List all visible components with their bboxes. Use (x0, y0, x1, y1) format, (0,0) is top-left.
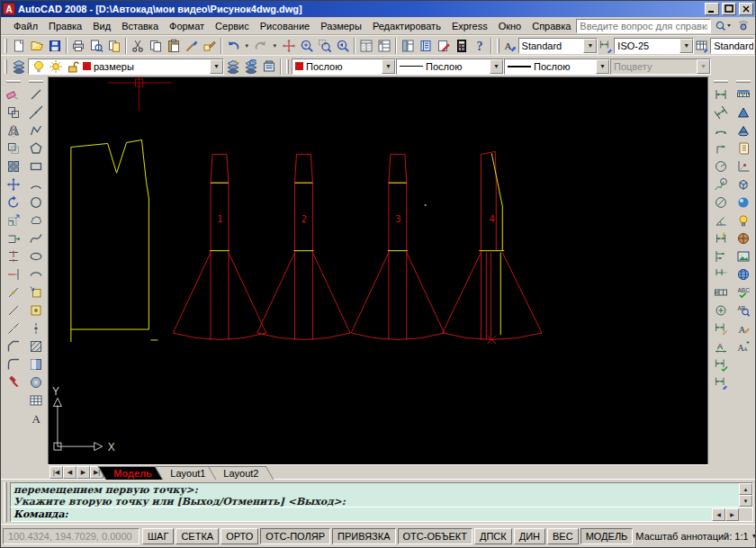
spell-check-button[interactable]: ABC (734, 283, 752, 301)
layer-lock-icon[interactable] (66, 59, 80, 74)
paste-button[interactable] (165, 37, 183, 55)
undo-dropdown-button[interactable]: ▾ (242, 37, 252, 55)
toggle-дпск[interactable]: ДПСК (474, 528, 512, 544)
drawing-canvas[interactable]: 1 2 3 4 Y X (48, 76, 708, 464)
locate-point-button[interactable] (734, 157, 752, 175)
maximize-button[interactable] (722, 3, 736, 15)
region-button[interactable] (27, 373, 45, 391)
first-tab-button[interactable]: |◀ (50, 466, 63, 479)
trim-button[interactable] (4, 247, 22, 265)
jogged-button[interactable] (712, 175, 730, 193)
text-style-button[interactable]: A (502, 37, 518, 55)
toggle-отс-объект[interactable]: ОТС-ОБЪЕКТ (398, 528, 472, 544)
diameter-button[interactable] (712, 193, 730, 211)
menu-редактировать[interactable]: Редактировать (367, 19, 446, 33)
properties-button[interactable] (357, 37, 375, 55)
point-button[interactable] (27, 319, 45, 337)
scroll-left-button[interactable]: ◀ (712, 508, 725, 521)
scale-button[interactable] (4, 211, 22, 229)
zoom-window-button[interactable] (316, 37, 334, 55)
tab-layout2[interactable]: Layout2 (207, 466, 274, 480)
layer-on-bulb-icon[interactable] (32, 59, 46, 74)
new-button[interactable] (10, 37, 28, 55)
ellipse-arc-button[interactable] (27, 265, 45, 283)
dim-style-btn-button[interactable] (598, 37, 614, 55)
layer-combo[interactable]: размеры ▼ (28, 58, 224, 75)
coordinates-readout[interactable]: 100.4324, 194.7029, 0.0000 (3, 528, 140, 544)
toggle-сетка[interactable]: СЕТКА (176, 528, 219, 544)
dropdown-arrow-icon[interactable]: ▼ (210, 59, 223, 74)
toggle-шаг[interactable]: ШАГ (142, 528, 174, 544)
linetype-combo[interactable]: Послою ▼ (396, 58, 504, 75)
center-mark-button[interactable] (712, 301, 730, 319)
aligned-button[interactable] (712, 103, 730, 121)
command-window-grip[interactable] (4, 482, 7, 522)
continue-button[interactable] (712, 265, 730, 283)
hatch-button[interactable] (27, 337, 45, 355)
mass-properties-button[interactable] (734, 121, 752, 139)
arc-length-button[interactable] (712, 121, 730, 139)
annotation-scale-dropdown-icon[interactable]: ▼ (752, 533, 756, 539)
redo-dropdown-button[interactable]: ▾ (270, 37, 280, 55)
revision-cloud-button[interactable] (27, 211, 45, 229)
offset-button[interactable] (4, 139, 22, 157)
erase-button[interactable] (4, 85, 22, 103)
toolbar-grip[interactable] (29, 80, 43, 83)
dimension-edit-button[interactable] (712, 319, 730, 337)
rotate-button[interactable] (4, 193, 22, 211)
layer-previous-button[interactable] (242, 58, 260, 76)
menu-файл[interactable]: Файл (8, 19, 43, 33)
help-search-input[interactable] (576, 19, 711, 33)
toolbar-grip[interactable] (497, 39, 500, 53)
toolbar-grip[interactable] (736, 80, 751, 83)
dropdown-arrow-icon[interactable]: ▼ (382, 59, 395, 74)
help-button[interactable]: ? (471, 37, 489, 55)
fillet-button[interactable] (4, 355, 22, 373)
search-button[interactable] (712, 18, 734, 34)
menu-express[interactable]: Express (446, 19, 493, 33)
break-at-point-button[interactable] (4, 283, 22, 301)
spline-button[interactable] (27, 229, 45, 247)
command-vertical-scrollbar[interactable]: ▲ ▼ (739, 483, 752, 507)
dropdown-arrow-icon[interactable]: ▼ (680, 39, 693, 53)
scroll-right-button[interactable]: ▶ (725, 508, 739, 521)
materials-button[interactable] (734, 229, 752, 247)
angular-button[interactable] (712, 211, 730, 229)
lights-button[interactable] (734, 211, 752, 229)
arc-button[interactable] (27, 175, 45, 193)
extend-button[interactable] (4, 265, 22, 283)
construction-line-button[interactable] (27, 103, 45, 121)
toolbar-grip[interactable] (6, 80, 21, 83)
gradient-button[interactable] (27, 355, 45, 373)
copy-button[interactable] (147, 37, 165, 55)
make-object-layer-current-button[interactable] (224, 58, 242, 76)
save-button[interactable] (46, 37, 64, 55)
toggle-модель[interactable]: МОДЕЛЬ (580, 528, 634, 544)
menu-размеры[interactable]: Размеры (315, 19, 367, 33)
ordinate-button[interactable] (712, 139, 730, 157)
polyline-button[interactable] (27, 121, 45, 139)
toolbar-grip[interactable] (4, 59, 7, 74)
toggle-орто[interactable]: ОРТО (220, 528, 258, 544)
open-button[interactable] (28, 37, 46, 55)
copy-object-button[interactable] (4, 103, 22, 121)
scroll-up-button[interactable]: ▲ (739, 483, 752, 495)
multiline-text-button[interactable]: A (27, 409, 45, 427)
line-button[interactable] (27, 85, 45, 103)
area-button[interactable] (734, 103, 752, 121)
toggle-дин[interactable]: ДИН (514, 528, 545, 544)
menu-сервис[interactable]: Сервис (210, 19, 255, 33)
dimension-style-button[interactable] (712, 373, 730, 391)
baseline-button[interactable] (712, 247, 730, 265)
break-button[interactable] (4, 301, 22, 319)
hide-button[interactable] (734, 175, 752, 193)
menu-справка[interactable]: Справка (526, 19, 576, 33)
dimension-text-edit-button[interactable]: A (712, 337, 730, 355)
designcenter-button[interactable] (375, 37, 393, 55)
explode-button[interactable] (4, 373, 22, 391)
zoom-previous-button[interactable] (334, 37, 352, 55)
redo-button[interactable] (252, 37, 270, 55)
circle-button[interactable] (27, 193, 45, 211)
rectangle-button[interactable] (27, 157, 45, 175)
dropdown-arrow-icon[interactable]: ▼ (490, 59, 503, 74)
